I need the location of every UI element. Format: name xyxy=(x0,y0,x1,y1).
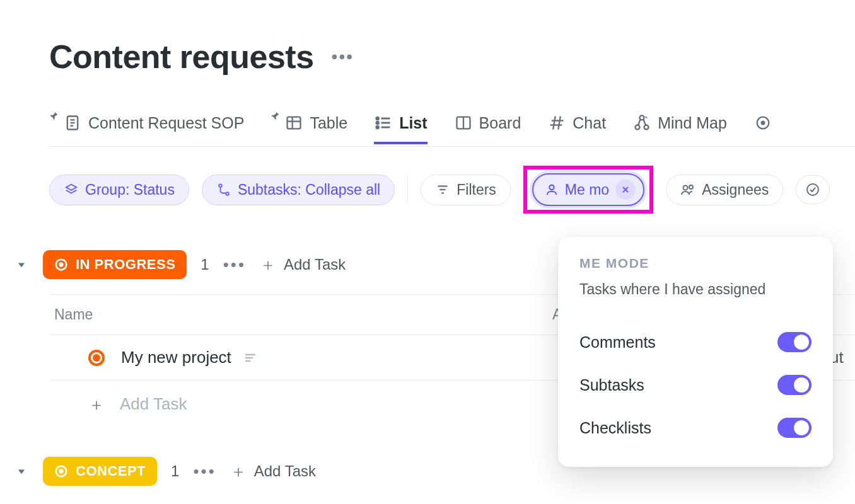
assignees-chip[interactable]: Assignees xyxy=(666,175,783,205)
chip-label: Me mo xyxy=(565,181,609,198)
status-circle-icon xyxy=(54,258,68,272)
me-mode-popover: ME MODE Tasks where I have assigned Comm… xyxy=(558,237,833,467)
svg-point-20 xyxy=(644,125,649,130)
location-icon xyxy=(753,113,772,132)
tab-location[interactable] xyxy=(753,113,772,144)
tab-list[interactable]: List xyxy=(374,113,427,144)
svg-point-23 xyxy=(760,121,765,125)
svg-point-34 xyxy=(689,185,693,189)
person-icon xyxy=(545,183,559,197)
me-mode-highlight: Me mo xyxy=(523,166,653,214)
list-icon xyxy=(374,113,393,132)
svg-point-33 xyxy=(683,186,688,190)
svg-point-25 xyxy=(219,184,222,187)
me-mode-chip[interactable]: Me mo xyxy=(532,173,644,206)
tab-label: List xyxy=(399,114,427,132)
svg-point-38 xyxy=(59,262,63,266)
section-more-button[interactable]: ••• xyxy=(193,462,216,481)
pin-icon xyxy=(270,111,281,121)
add-task-button[interactable]: ＋ Add Task xyxy=(230,462,316,480)
plus-icon: ＋ xyxy=(230,463,247,479)
add-task-label: Add Task xyxy=(120,394,187,414)
tab-table[interactable]: Table xyxy=(270,111,347,146)
svg-marker-43 xyxy=(18,470,25,474)
group-chip[interactable]: Group: Status xyxy=(49,175,189,205)
popover-title: ME MODE xyxy=(579,256,811,271)
tab-content-request-sop[interactable]: Content Request SOP xyxy=(49,111,244,146)
status-badge[interactable]: CONCEPT xyxy=(43,457,157,486)
separator xyxy=(407,176,408,203)
chip-label: Group: Status xyxy=(85,181,175,198)
chip-label: Subtasks: Collapse all xyxy=(238,181,380,198)
table-icon xyxy=(284,113,303,132)
option-label: Checklists xyxy=(579,419,651,437)
status-badge[interactable]: IN PROGRESS xyxy=(43,250,187,279)
view-tabs: Content Request SOP Table List Board xyxy=(49,111,855,147)
status-label: IN PROGRESS xyxy=(76,256,175,273)
section-count: 1 xyxy=(171,462,179,480)
svg-point-45 xyxy=(59,469,63,473)
column-name[interactable]: Name xyxy=(54,306,552,323)
option-label: Subtasks xyxy=(579,376,644,394)
toggle-comments[interactable] xyxy=(777,332,811,352)
chip-label: Assignees xyxy=(702,181,769,198)
tab-board[interactable]: Board xyxy=(454,113,521,144)
svg-rect-4 xyxy=(288,117,301,129)
filter-icon xyxy=(435,182,450,197)
svg-point-35 xyxy=(807,184,818,195)
close-icon[interactable] xyxy=(615,180,636,200)
pin-icon xyxy=(49,111,59,121)
task-status-icon[interactable] xyxy=(88,350,105,366)
tab-label: Chat xyxy=(573,114,606,132)
hash-icon xyxy=(547,113,566,132)
status-circle-icon xyxy=(54,464,68,478)
svg-point-11 xyxy=(376,122,379,124)
tab-label: Table xyxy=(310,114,347,132)
subtasks-chip[interactable]: Subtasks: Collapse all xyxy=(202,175,395,205)
extra-chip[interactable] xyxy=(796,175,830,204)
svg-point-10 xyxy=(376,117,379,120)
popover-option-checklists: Checklists xyxy=(579,406,811,449)
collapse-toggle[interactable] xyxy=(14,257,29,272)
board-icon xyxy=(454,113,473,132)
subtask-icon xyxy=(216,182,231,197)
section-more-button[interactable]: ••• xyxy=(223,255,246,275)
svg-line-18 xyxy=(559,117,561,130)
mindmap-icon xyxy=(632,113,651,132)
tab-label: Mind Map xyxy=(658,114,727,132)
plus-icon: ＋ xyxy=(260,256,276,273)
section-count: 1 xyxy=(201,256,209,273)
tab-chat[interactable]: Chat xyxy=(547,113,606,144)
svg-marker-36 xyxy=(18,263,25,268)
option-label: Comments xyxy=(579,333,656,352)
popover-option-comments: Comments xyxy=(579,321,811,364)
svg-point-19 xyxy=(636,125,640,130)
page-title: Content requests xyxy=(49,38,314,76)
tab-mind-map[interactable]: Mind Map xyxy=(632,113,727,144)
status-label: CONCEPT xyxy=(76,463,146,479)
doc-icon xyxy=(63,113,82,132)
plus-icon: ＋ xyxy=(88,396,105,413)
tab-label: Content Request SOP xyxy=(88,114,244,132)
filters-chip[interactable]: Filters xyxy=(421,175,511,205)
svg-point-26 xyxy=(226,192,229,195)
popover-option-subtasks: Subtasks xyxy=(579,364,811,406)
add-task-label: Add Task xyxy=(254,462,316,480)
page-more-button[interactable]: ••• xyxy=(332,48,354,66)
toggle-checklists[interactable] xyxy=(777,418,811,438)
check-circle-icon xyxy=(805,182,820,197)
description-icon xyxy=(243,350,258,365)
svg-marker-24 xyxy=(66,185,77,190)
collapse-toggle[interactable] xyxy=(14,464,29,479)
add-task-label: Add Task xyxy=(284,256,346,273)
svg-point-12 xyxy=(376,126,379,129)
task-title[interactable]: My new project xyxy=(121,348,231,367)
chip-label: Filters xyxy=(457,181,496,198)
tab-label: Board xyxy=(479,114,521,132)
toggle-subtasks[interactable] xyxy=(777,375,811,395)
stack-icon xyxy=(64,182,79,197)
filter-toolbar: Group: Status Subtasks: Collapse all Fil… xyxy=(49,166,855,214)
people-icon xyxy=(680,182,695,197)
svg-line-17 xyxy=(553,117,555,130)
add-task-button[interactable]: ＋ Add Task xyxy=(260,256,346,273)
